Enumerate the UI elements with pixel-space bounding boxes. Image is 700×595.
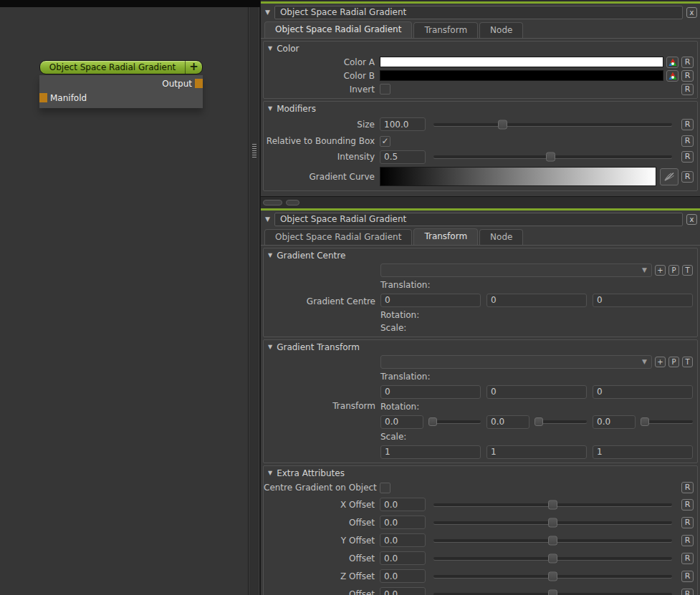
centre-gradient-on-object-checkbox[interactable]: [380, 483, 390, 493]
reset-button[interactable]: R: [681, 70, 694, 82]
slider-handle[interactable]: [534, 417, 543, 426]
pane-splitter[interactable]: [248, 0, 260, 595]
slider-handle[interactable]: [548, 571, 557, 581]
panel-title-field[interactable]: Object Space Radial Gradient: [274, 213, 683, 226]
add-button[interactable]: +: [655, 357, 666, 367]
gradient-curve-strip[interactable]: [380, 167, 656, 186]
intensity-input[interactable]: [380, 150, 426, 164]
slider-handle[interactable]: [546, 153, 555, 162]
intensity-slider[interactable]: [433, 152, 672, 162]
tab-object-space-radial-gradient[interactable]: Object Space Radial Gradient: [264, 21, 412, 38]
gradient-centre-target-dropdown[interactable]: ▼: [380, 263, 652, 277]
reset-button[interactable]: R: [681, 517, 694, 528]
tab-transform[interactable]: Transform: [413, 228, 478, 245]
curve-editor-button[interactable]: [660, 168, 679, 185]
rotation-x-slider[interactable]: [428, 417, 481, 427]
slider-handle[interactable]: [428, 417, 437, 426]
output-port[interactable]: [195, 79, 203, 88]
reset-button[interactable]: R: [681, 151, 694, 163]
offset-slider[interactable]: [433, 589, 672, 595]
y-offset-input[interactable]: [380, 533, 426, 547]
node-add-button[interactable]: +: [185, 61, 202, 74]
rotation-y-input[interactable]: [486, 415, 529, 429]
relative-to-bounding-box-checkbox[interactable]: ✓: [380, 136, 390, 147]
collapse-icon[interactable]: ▼: [265, 216, 270, 223]
color-b-swatch[interactable]: [380, 70, 663, 81]
reset-button[interactable]: R: [681, 119, 694, 130]
slider-handle[interactable]: [548, 536, 557, 545]
invert-checkbox[interactable]: [380, 84, 390, 95]
add-button[interactable]: +: [655, 265, 666, 276]
reset-button[interactable]: R: [681, 553, 694, 564]
gradient-centre-header[interactable]: ▼ Gradient Centre: [264, 248, 697, 262]
scale-y-input[interactable]: [486, 445, 587, 459]
slider-handle[interactable]: [548, 500, 557, 509]
extra-attributes-header[interactable]: ▼ Extra Attributes: [264, 466, 697, 480]
transform-target-dropdown[interactable]: ▼: [380, 355, 652, 369]
offset-input[interactable]: [380, 516, 426, 529]
translation-z-input[interactable]: [593, 294, 693, 307]
reset-button[interactable]: R: [681, 171, 694, 183]
close-icon[interactable]: x: [686, 7, 697, 18]
panel-title-field[interactable]: Object Space Radial Gradient: [274, 6, 683, 19]
offset-slider[interactable]: [433, 553, 672, 563]
reset-button[interactable]: R: [681, 499, 694, 511]
tab-transform[interactable]: Transform: [413, 22, 478, 38]
tab-node[interactable]: Node: [479, 229, 523, 245]
size-slider[interactable]: [433, 120, 672, 130]
reset-button[interactable]: R: [681, 84, 694, 95]
translation-x-input[interactable]: [380, 385, 481, 399]
slider-handle[interactable]: [548, 589, 557, 595]
rgb-picker-icon[interactable]: [666, 57, 679, 68]
rotation-z-slider[interactable]: [641, 417, 693, 427]
slider-handle[interactable]: [548, 553, 557, 563]
collapse-icon[interactable]: ▼: [265, 9, 270, 16]
rotation-y-slider[interactable]: [534, 417, 587, 427]
slider-handle[interactable]: [498, 120, 507, 129]
rotation-z-input[interactable]: [593, 415, 636, 429]
tab-object-space-radial-gradient[interactable]: Object Space Radial Gradient: [264, 229, 412, 245]
offset-slider[interactable]: [433, 518, 672, 528]
resize-handle[interactable]: [263, 200, 282, 205]
reset-button[interactable]: R: [681, 482, 694, 493]
size-input[interactable]: [380, 117, 426, 131]
gradient-transform-header[interactable]: ▼ Gradient Transform: [264, 340, 697, 354]
reset-button[interactable]: R: [681, 135, 694, 147]
offset-input[interactable]: [380, 551, 426, 565]
rgb-picker-icon[interactable]: [666, 70, 679, 82]
reset-button[interactable]: R: [681, 589, 694, 595]
gradient-node[interactable]: Object Space Radial Gradient + Output Ma…: [39, 60, 203, 108]
scale-x-input[interactable]: [380, 445, 481, 459]
translation-z-input[interactable]: [593, 385, 693, 399]
offset-input[interactable]: [380, 587, 426, 595]
z-offset-slider[interactable]: [433, 571, 672, 581]
color-a-swatch[interactable]: [380, 57, 663, 67]
t-button[interactable]: T: [682, 357, 693, 367]
translation-x-input[interactable]: [380, 294, 481, 307]
reset-button[interactable]: R: [681, 571, 694, 582]
x-offset-slider[interactable]: [433, 500, 672, 510]
slider-handle[interactable]: [548, 518, 557, 527]
node-header[interactable]: Object Space Radial Gradient +: [39, 60, 203, 74]
p-button[interactable]: P: [668, 265, 679, 276]
modifiers-section-header[interactable]: ▼ Modifiers: [264, 102, 697, 115]
t-button[interactable]: T: [682, 265, 693, 276]
reset-button[interactable]: R: [681, 57, 694, 68]
y-offset-slider[interactable]: [433, 536, 672, 546]
node-graph-canvas[interactable]: Object Space Radial Gradient + Output Ma…: [0, 0, 248, 595]
x-offset-input[interactable]: [380, 498, 426, 511]
tab-node[interactable]: Node: [479, 22, 523, 38]
rotation-x-input[interactable]: [380, 415, 423, 429]
translation-y-input[interactable]: [486, 294, 587, 307]
reset-button[interactable]: R: [681, 535, 694, 546]
translation-y-input[interactable]: [486, 385, 587, 399]
p-button[interactable]: P: [668, 357, 679, 367]
manifold-port[interactable]: [39, 93, 47, 102]
scale-z-input[interactable]: [593, 445, 693, 459]
resize-handle[interactable]: [286, 200, 299, 205]
slider-handle[interactable]: [641, 417, 649, 426]
color-section-header[interactable]: ▼ Color: [264, 42, 697, 55]
close-icon[interactable]: x: [686, 214, 697, 225]
splitter-grip-icon[interactable]: [252, 144, 256, 159]
z-offset-input[interactable]: [380, 569, 426, 583]
